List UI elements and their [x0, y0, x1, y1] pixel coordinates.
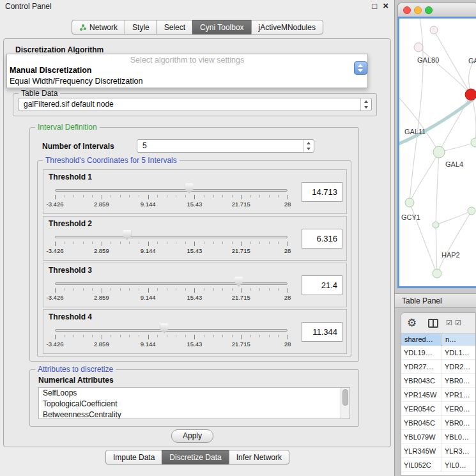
tab-label: jActiveMNodules: [259, 23, 316, 32]
slider-tick-label: 9.144: [141, 341, 156, 348]
tab-select[interactable]: Select: [157, 20, 193, 35]
tab-label: Infer Network: [236, 453, 282, 462]
table-row[interactable]: YDR27…YDR2…: [401, 360, 475, 374]
network-node[interactable]: [471, 138, 476, 147]
numerical-attributes-list[interactable]: SelfLoopsTopologicalCoefficientBetweenne…: [38, 387, 350, 419]
algorithm-combobox-stepper[interactable]: [354, 61, 367, 75]
table-row[interactable]: YLR345WYLR3…: [401, 444, 475, 458]
zoom-window-icon[interactable]: [425, 6, 433, 14]
gear-icon[interactable]: ⚙: [407, 316, 417, 330]
tab-jactivemnodules[interactable]: jActiveMNodules: [251, 20, 323, 35]
slider-thumb[interactable]: [185, 183, 194, 194]
numerical-attribute-item[interactable]: BetweennessCentrality: [39, 410, 349, 419]
tab-label: Select: [164, 23, 185, 32]
algorithm-option-equal-width-frequency-discretization[interactable]: Equal Width/Frequency Discretization: [10, 77, 142, 86]
network-node[interactable]: [414, 43, 423, 52]
network-edge: [399, 99, 473, 145]
threshold-value-field[interactable]: 14.713: [302, 182, 342, 202]
network-node[interactable]: [433, 146, 445, 158]
table-body: YDL19…YDL1…YDR27…YDR2…YBR043CYBR0…YPR145…: [401, 346, 475, 475]
threshold-slider[interactable]: -3.4262.8599.14415.4321.71528: [55, 170, 288, 213]
column-header-name[interactable]: n…: [442, 334, 475, 346]
threshold-slider[interactable]: -3.4262.8599.14415.4321.71528: [55, 310, 288, 353]
slider-tick-label: -3.426: [47, 294, 64, 301]
slider-tick: [102, 195, 102, 199]
tab-style[interactable]: Style: [125, 20, 157, 35]
slider-tick-label: 9.144: [141, 201, 156, 208]
network-edge: [434, 30, 471, 95]
network-node[interactable]: [430, 26, 438, 34]
slider-thumb[interactable]: [123, 230, 131, 240]
table-row[interactable]: YER054CYER0…: [401, 402, 475, 416]
network-node[interactable]: [468, 207, 475, 215]
table-row[interactable]: YPR145WYPR1…: [401, 388, 475, 402]
network-node[interactable]: [405, 198, 414, 207]
table-row[interactable]: YIL052CYIL0…: [401, 458, 475, 472]
threshold-block-2: Threshold 2-3.4262.8599.14415.4321.71528…: [43, 216, 347, 261]
slider-tick: [288, 195, 288, 199]
threshold-slider[interactable]: -3.4262.8599.14415.4321.71528: [55, 217, 288, 260]
close-panel-icon[interactable]: ×: [383, 0, 388, 11]
scrollbar-thumb[interactable]: [342, 389, 348, 406]
column-header-shared-name[interactable]: shared…: [401, 334, 441, 346]
number-of-intervals-combobox[interactable]: 5: [137, 139, 314, 153]
numerical-attributes-label: Numerical Attributes: [38, 376, 114, 385]
tab-cyni-toolbox[interactable]: Cyni Toolbox: [192, 20, 251, 35]
table-row[interactable]: YBL079WYBL0…: [401, 430, 475, 444]
algorithm-combobox-placeholder: Select algorithm to view settings: [7, 56, 367, 65]
tab-infer-network[interactable]: Infer Network: [229, 450, 289, 464]
table-row[interactable]: YDL19…YDL1…: [401, 346, 475, 360]
top-tab-bar: NetworkStyleSelectCyni ToolboxjActiveMNo…: [0, 20, 395, 35]
numerical-attribute-item[interactable]: SelfLoops: [39, 388, 349, 399]
slider-tick: [102, 335, 102, 339]
attribute-list-scrollbar[interactable]: [341, 388, 349, 418]
threshold-value-field[interactable]: 11.344: [302, 322, 342, 342]
close-window-icon[interactable]: [403, 6, 411, 14]
network-node[interactable]: [433, 269, 441, 278]
table-data-group-title: Table Data: [19, 89, 60, 98]
slider-track: [55, 329, 288, 332]
threshold-slider[interactable]: -3.4262.8599.14415.4321.71528: [55, 263, 288, 307]
columns-icon[interactable]: [428, 319, 438, 328]
slider-tick: [148, 288, 149, 293]
slider-tick-label: -3.426: [47, 247, 64, 254]
control-panel-titlebar: Control Panel □ ×: [0, 0, 394, 13]
tab-discretize-data[interactable]: Discretize Data: [162, 450, 229, 464]
desktop: Control Panel □ × NetworkStyleSelectCyni…: [0, 0, 476, 476]
select-all-icon[interactable]: ☑: [446, 319, 452, 327]
slider-track: [55, 282, 288, 285]
table-cell: YBL079W: [401, 430, 441, 444]
network-edge: [436, 211, 472, 225]
network-edge: [436, 152, 439, 225]
network-canvas-container: GAL80GAGAL11GAL4GCY1HAP2: [397, 17, 476, 288]
slider-tick: [148, 335, 149, 339]
network-node[interactable]: [433, 222, 439, 228]
threshold-value-field[interactable]: 21.4: [302, 275, 342, 295]
network-node[interactable]: [465, 89, 476, 100]
network-node-label: HAP2: [441, 251, 460, 259]
tab-impute-data[interactable]: Impute Data: [105, 450, 162, 464]
tab-label: Cyni Toolbox: [200, 23, 243, 32]
slider-tick-label: 28: [284, 294, 291, 301]
slider-tick-label: 2.859: [94, 341, 109, 348]
table-row[interactable]: YBR045CYBR0…: [401, 416, 475, 430]
threshold-value-field[interactable]: 6.316: [302, 229, 342, 249]
table-row[interactable]: YBR043CYBR0…: [401, 374, 475, 388]
tab-network[interactable]: Network: [72, 20, 125, 35]
slider-thumb[interactable]: [234, 277, 243, 287]
slider-thumb[interactable]: [160, 323, 169, 334]
slider-tick-label: 21.715: [232, 201, 250, 208]
network-edge: [436, 225, 437, 273]
table-data-combobox[interactable]: galFiltered.sif default node: [18, 98, 372, 111]
slider-track: [55, 189, 288, 192]
network-canvas[interactable]: GAL80GAGAL11GAL4GCY1HAP2: [399, 19, 476, 288]
apply-button[interactable]: Apply: [171, 429, 213, 443]
table-cell: YPR145W: [401, 388, 441, 402]
minimize-window-icon[interactable]: [414, 6, 422, 14]
slider-tick: [241, 195, 242, 199]
algorithm-option-manual-discretization[interactable]: Manual Discretization: [10, 66, 92, 75]
select-columns-icon[interactable]: ☑: [455, 319, 461, 327]
network-window-titlebar[interactable]: [397, 3, 476, 17]
float-window-icon[interactable]: □: [372, 1, 377, 11]
numerical-attribute-item[interactable]: TopologicalCoefficient: [39, 399, 349, 410]
